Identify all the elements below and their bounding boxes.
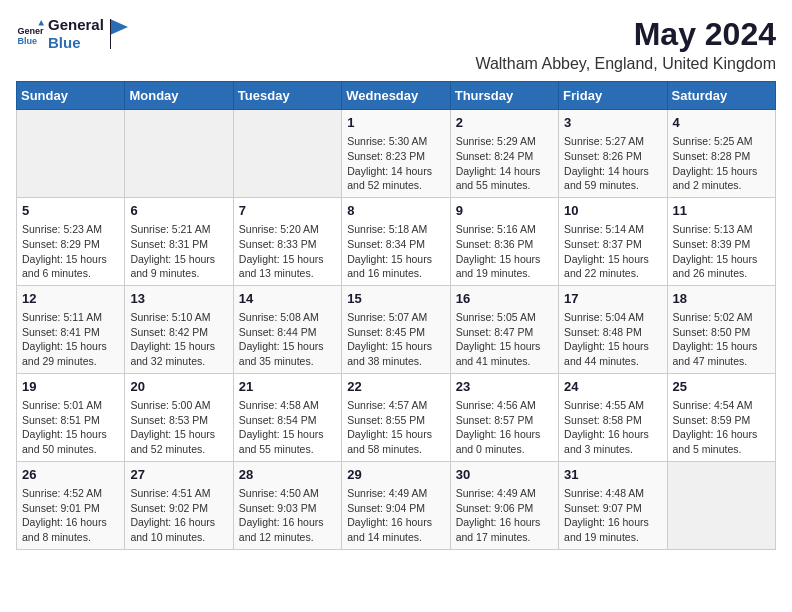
calendar-cell: 14Sunrise: 5:08 AMSunset: 8:44 PMDayligh… — [233, 285, 341, 373]
day-info: Sunrise: 5:29 AMSunset: 8:24 PMDaylight:… — [456, 134, 553, 193]
day-number: 27 — [130, 466, 227, 484]
day-number: 5 — [22, 202, 119, 220]
week-row-4: 19Sunrise: 5:01 AMSunset: 8:51 PMDayligh… — [17, 373, 776, 461]
day-info: Sunrise: 4:51 AMSunset: 9:02 PMDaylight:… — [130, 486, 227, 545]
calendar-cell: 4Sunrise: 5:25 AMSunset: 8:28 PMDaylight… — [667, 110, 775, 198]
day-info: Sunrise: 5:10 AMSunset: 8:42 PMDaylight:… — [130, 310, 227, 369]
calendar-cell: 8Sunrise: 5:18 AMSunset: 8:34 PMDaylight… — [342, 197, 450, 285]
calendar-cell: 6Sunrise: 5:21 AMSunset: 8:31 PMDaylight… — [125, 197, 233, 285]
calendar-cell — [17, 110, 125, 198]
day-info: Sunrise: 4:55 AMSunset: 8:58 PMDaylight:… — [564, 398, 661, 457]
day-number: 6 — [130, 202, 227, 220]
calendar-cell: 27Sunrise: 4:51 AMSunset: 9:02 PMDayligh… — [125, 461, 233, 549]
svg-marker-2 — [38, 20, 44, 26]
weekday-friday: Friday — [559, 82, 667, 110]
day-number: 25 — [673, 378, 770, 396]
calendar-cell: 11Sunrise: 5:13 AMSunset: 8:39 PMDayligh… — [667, 197, 775, 285]
day-number: 24 — [564, 378, 661, 396]
calendar-cell: 22Sunrise: 4:57 AMSunset: 8:55 PMDayligh… — [342, 373, 450, 461]
calendar-cell — [667, 461, 775, 549]
day-info: Sunrise: 5:07 AMSunset: 8:45 PMDaylight:… — [347, 310, 444, 369]
day-number: 16 — [456, 290, 553, 308]
week-row-3: 12Sunrise: 5:11 AMSunset: 8:41 PMDayligh… — [17, 285, 776, 373]
subtitle: Waltham Abbey, England, United Kingdom — [475, 55, 776, 73]
weekday-thursday: Thursday — [450, 82, 558, 110]
calendar-cell: 12Sunrise: 5:11 AMSunset: 8:41 PMDayligh… — [17, 285, 125, 373]
calendar-cell: 15Sunrise: 5:07 AMSunset: 8:45 PMDayligh… — [342, 285, 450, 373]
logo-flag-icon — [110, 19, 128, 49]
title-area: May 2024 Waltham Abbey, England, United … — [475, 16, 776, 73]
day-number: 9 — [456, 202, 553, 220]
day-number: 8 — [347, 202, 444, 220]
day-number: 17 — [564, 290, 661, 308]
week-row-2: 5Sunrise: 5:23 AMSunset: 8:29 PMDaylight… — [17, 197, 776, 285]
calendar-cell: 31Sunrise: 4:48 AMSunset: 9:07 PMDayligh… — [559, 461, 667, 549]
calendar-cell: 29Sunrise: 4:49 AMSunset: 9:04 PMDayligh… — [342, 461, 450, 549]
day-number: 12 — [22, 290, 119, 308]
day-number: 13 — [130, 290, 227, 308]
svg-text:Blue: Blue — [17, 36, 37, 46]
week-row-1: 1Sunrise: 5:30 AMSunset: 8:23 PMDaylight… — [17, 110, 776, 198]
day-number: 3 — [564, 114, 661, 132]
weekday-monday: Monday — [125, 82, 233, 110]
week-row-5: 26Sunrise: 4:52 AMSunset: 9:01 PMDayligh… — [17, 461, 776, 549]
day-number: 7 — [239, 202, 336, 220]
calendar-cell: 20Sunrise: 5:00 AMSunset: 8:53 PMDayligh… — [125, 373, 233, 461]
calendar-cell: 19Sunrise: 5:01 AMSunset: 8:51 PMDayligh… — [17, 373, 125, 461]
weekday-tuesday: Tuesday — [233, 82, 341, 110]
calendar-body: 1Sunrise: 5:30 AMSunset: 8:23 PMDaylight… — [17, 110, 776, 550]
day-info: Sunrise: 5:01 AMSunset: 8:51 PMDaylight:… — [22, 398, 119, 457]
day-info: Sunrise: 5:02 AMSunset: 8:50 PMDaylight:… — [673, 310, 770, 369]
weekday-wednesday: Wednesday — [342, 82, 450, 110]
day-info: Sunrise: 5:11 AMSunset: 8:41 PMDaylight:… — [22, 310, 119, 369]
weekday-sunday: Sunday — [17, 82, 125, 110]
day-number: 2 — [456, 114, 553, 132]
calendar-cell: 3Sunrise: 5:27 AMSunset: 8:26 PMDaylight… — [559, 110, 667, 198]
weekday-header-row: SundayMondayTuesdayWednesdayThursdayFrid… — [17, 82, 776, 110]
day-number: 19 — [22, 378, 119, 396]
calendar-cell: 10Sunrise: 5:14 AMSunset: 8:37 PMDayligh… — [559, 197, 667, 285]
day-info: Sunrise: 5:08 AMSunset: 8:44 PMDaylight:… — [239, 310, 336, 369]
weekday-saturday: Saturday — [667, 82, 775, 110]
day-info: Sunrise: 5:00 AMSunset: 8:53 PMDaylight:… — [130, 398, 227, 457]
calendar-cell: 18Sunrise: 5:02 AMSunset: 8:50 PMDayligh… — [667, 285, 775, 373]
day-number: 29 — [347, 466, 444, 484]
day-number: 20 — [130, 378, 227, 396]
svg-text:General: General — [17, 26, 44, 36]
calendar-cell: 28Sunrise: 4:50 AMSunset: 9:03 PMDayligh… — [233, 461, 341, 549]
calendar-cell: 2Sunrise: 5:29 AMSunset: 8:24 PMDaylight… — [450, 110, 558, 198]
day-number: 1 — [347, 114, 444, 132]
day-info: Sunrise: 4:56 AMSunset: 8:57 PMDaylight:… — [456, 398, 553, 457]
day-number: 30 — [456, 466, 553, 484]
day-info: Sunrise: 4:49 AMSunset: 9:04 PMDaylight:… — [347, 486, 444, 545]
day-number: 31 — [564, 466, 661, 484]
day-info: Sunrise: 5:14 AMSunset: 8:37 PMDaylight:… — [564, 222, 661, 281]
day-number: 22 — [347, 378, 444, 396]
day-number: 15 — [347, 290, 444, 308]
day-info: Sunrise: 5:27 AMSunset: 8:26 PMDaylight:… — [564, 134, 661, 193]
day-number: 10 — [564, 202, 661, 220]
day-info: Sunrise: 5:21 AMSunset: 8:31 PMDaylight:… — [130, 222, 227, 281]
calendar-cell: 26Sunrise: 4:52 AMSunset: 9:01 PMDayligh… — [17, 461, 125, 549]
main-title: May 2024 — [475, 16, 776, 53]
calendar-cell: 23Sunrise: 4:56 AMSunset: 8:57 PMDayligh… — [450, 373, 558, 461]
calendar-cell — [233, 110, 341, 198]
day-number: 26 — [22, 466, 119, 484]
header: General Blue General Blue May 2024 Walth… — [16, 16, 776, 73]
day-number: 23 — [456, 378, 553, 396]
calendar-cell: 24Sunrise: 4:55 AMSunset: 8:58 PMDayligh… — [559, 373, 667, 461]
day-info: Sunrise: 4:54 AMSunset: 8:59 PMDaylight:… — [673, 398, 770, 457]
day-info: Sunrise: 5:20 AMSunset: 8:33 PMDaylight:… — [239, 222, 336, 281]
logo: General Blue General Blue — [16, 16, 128, 52]
day-info: Sunrise: 5:30 AMSunset: 8:23 PMDaylight:… — [347, 134, 444, 193]
day-info: Sunrise: 5:18 AMSunset: 8:34 PMDaylight:… — [347, 222, 444, 281]
calendar-header: SundayMondayTuesdayWednesdayThursdayFrid… — [17, 82, 776, 110]
calendar-cell — [125, 110, 233, 198]
day-info: Sunrise: 4:49 AMSunset: 9:06 PMDaylight:… — [456, 486, 553, 545]
logo-blue: Blue — [48, 34, 104, 52]
day-info: Sunrise: 5:23 AMSunset: 8:29 PMDaylight:… — [22, 222, 119, 281]
calendar-cell: 21Sunrise: 4:58 AMSunset: 8:54 PMDayligh… — [233, 373, 341, 461]
day-number: 21 — [239, 378, 336, 396]
calendar-cell: 1Sunrise: 5:30 AMSunset: 8:23 PMDaylight… — [342, 110, 450, 198]
svg-marker-3 — [110, 19, 128, 35]
